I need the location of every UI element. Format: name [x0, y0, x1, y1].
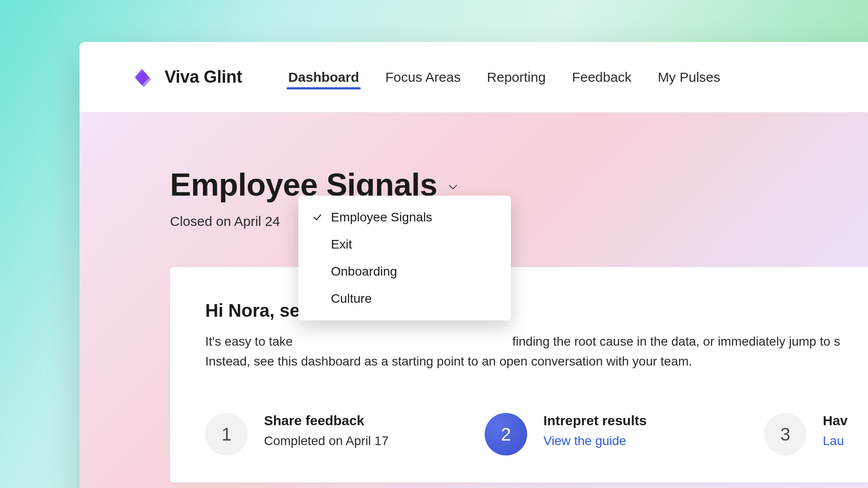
step-link[interactable]: Lau: [823, 434, 848, 448]
app-header: Viva Glint Dashboard Focus Areas Reporti…: [80, 42, 868, 113]
step-number-badge: 3: [764, 413, 807, 455]
step-3: 3 Hav Lau: [764, 413, 868, 455]
step-number-badge: 2: [485, 413, 527, 455]
nav-focus-areas[interactable]: Focus Areas: [384, 52, 462, 103]
page-title-row: Employee Signals Employee Signals Exit: [170, 167, 857, 203]
step-subtitle: Completed on April 17: [264, 434, 389, 448]
brand: Viva Glint: [132, 66, 242, 89]
page-subtitle: Closed on April 24: [170, 214, 857, 229]
nav-reporting[interactable]: Reporting: [486, 52, 547, 103]
dropdown-item-label: Culture: [331, 291, 372, 306]
dropdown-item-label: Onboarding: [331, 264, 397, 279]
step-2: 2 Intrepret results View the guide: [485, 413, 760, 455]
step-1: 1 Share feedback Completed on April 17: [205, 413, 480, 455]
primary-nav: Dashboard Focus Areas Reporting Feedback…: [288, 52, 722, 103]
step-title: Hav: [823, 413, 848, 428]
title-dropdown-menu: Employee Signals Exit Onboarding Culture: [298, 196, 511, 320]
nav-dashboard[interactable]: Dashboard: [288, 52, 360, 103]
nav-feedback[interactable]: Feedback: [571, 52, 632, 103]
page-body: Employee Signals Employee Signals Exit: [80, 113, 868, 488]
dropdown-item-onboarding[interactable]: Onboarding: [298, 258, 511, 285]
step-text: Intrepret results View the guide: [543, 413, 646, 448]
card-body-line1-head: It's easy to take: [205, 334, 293, 348]
dropdown-item-employee-signals[interactable]: Employee Signals: [298, 204, 511, 231]
dropdown-item-label: Employee Signals: [331, 210, 432, 225]
intro-card: Hi Nora, se It's easy to take finding th…: [170, 267, 868, 483]
step-text: Hav Lau: [823, 413, 848, 448]
chevron-down-icon: [448, 182, 458, 194]
title-dropdown-toggle[interactable]: [444, 179, 462, 197]
brand-name: Viva Glint: [165, 67, 242, 87]
step-title: Share feedback: [264, 413, 389, 428]
app-window: Viva Glint Dashboard Focus Areas Reporti…: [80, 42, 868, 488]
dropdown-item-exit[interactable]: Exit: [298, 231, 511, 258]
step-title: Intrepret results: [543, 413, 646, 428]
step-link[interactable]: View the guide: [543, 434, 646, 448]
nav-my-pulses[interactable]: My Pulses: [657, 52, 721, 103]
dropdown-item-culture[interactable]: Culture: [298, 285, 511, 312]
card-body-line1-tail: finding the root cause in the data, or i…: [512, 334, 840, 348]
check-icon: [311, 212, 324, 222]
steps-row: 1 Share feedback Completed on April 17 2…: [205, 413, 868, 455]
dropdown-item-label: Exit: [331, 237, 352, 252]
step-number-badge: 1: [205, 413, 248, 455]
step-text: Share feedback Completed on April 17: [264, 413, 389, 448]
card-body-line2: Instead, see this dashboard as a startin…: [205, 354, 692, 368]
card-body: It's easy to take finding the root cause…: [205, 332, 868, 371]
viva-glint-logo-icon: [132, 66, 156, 89]
